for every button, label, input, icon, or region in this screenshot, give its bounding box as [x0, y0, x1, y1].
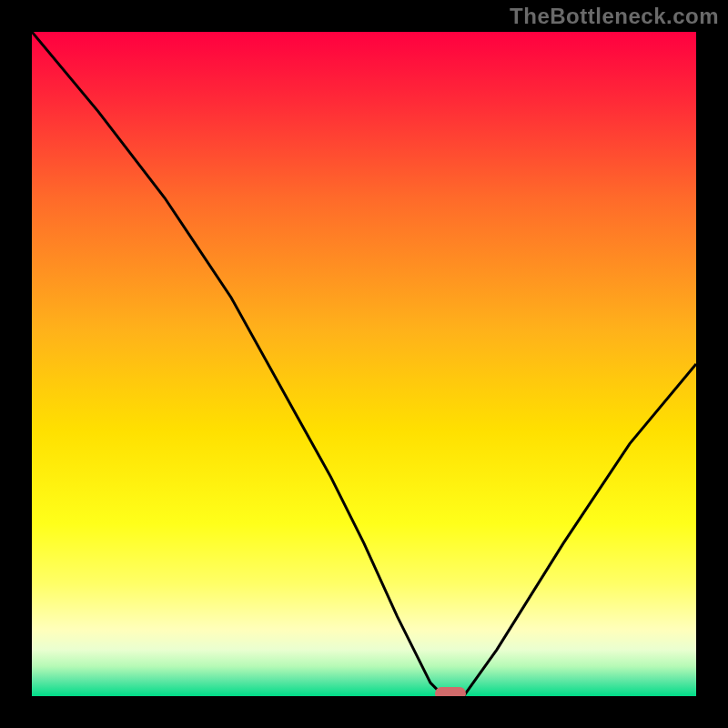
chart-container: TheBottleneck.com: [0, 0, 728, 728]
chart-svg: [32, 32, 696, 696]
plot-area: [32, 32, 696, 696]
gradient-background: [32, 32, 696, 696]
optimal-marker: [435, 687, 466, 696]
watermark-text: TheBottleneck.com: [510, 4, 719, 29]
